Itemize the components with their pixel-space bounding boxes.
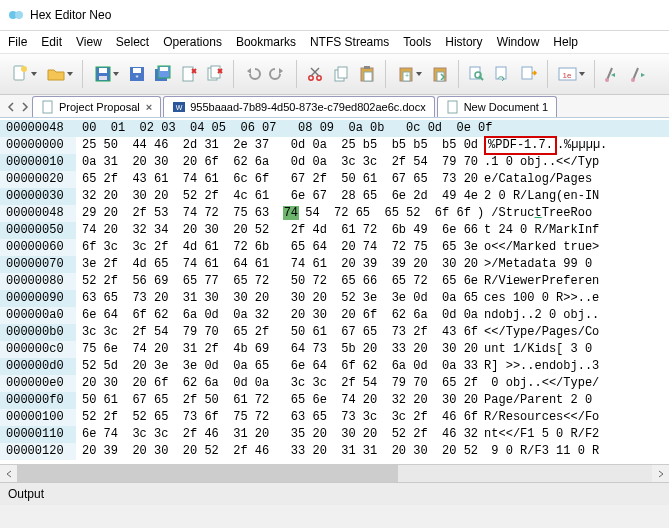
scroll-track[interactable] [17,465,652,482]
row-hex[interactable]: 20 39 20 30 20 52 2f 46 33 20 31 31 20 3… [76,443,478,460]
copy-button[interactable] [329,61,353,87]
menu-window[interactable]: Window [497,35,540,49]
row-ascii[interactable]: o<</Marked true> [478,239,669,256]
save-all-button[interactable] [151,61,175,87]
menu-file[interactable]: File [8,35,27,49]
row-address: 00000120 [0,443,76,460]
page-icon [446,100,460,114]
save-button[interactable] [89,61,123,87]
row-ascii[interactable]: R/ViewerPreferen [478,273,669,290]
row-hex[interactable]: 20 30 20 6f 62 6a 0d 0a 3c 3c 2f 54 79 7… [76,375,478,392]
menu-bar: File Edit View Select Operations Bookmar… [0,31,669,54]
row-address: 00000060 [0,239,76,256]
close-icon[interactable]: × [146,101,152,113]
scroll-thumb[interactable] [17,465,398,482]
row-hex[interactable]: 6e 64 6f 62 6a 0d 0a 32 20 30 20 6f 62 6… [76,307,478,324]
row-hex[interactable]: 25 50 44 46 2d 31 2e 37 0d 0a 25 b5 b5 b… [76,137,478,154]
toolbar-separator [82,60,83,88]
row-hex[interactable]: 6e 74 3c 3c 2f 46 31 20 35 20 30 20 52 2… [76,426,478,443]
tab-prev-icon[interactable] [5,101,17,113]
close-button[interactable] [177,61,201,87]
row-ascii[interactable]: ces 100 0 R>>..e [478,290,669,307]
row-ascii[interactable]: %PDF-1.7..%µµµµ. [478,137,669,154]
encoding-button[interactable]: 1e [554,61,588,87]
row-hex[interactable]: 29 20 2f 53 74 72 75 63 74 54 72 65 65 5… [76,205,471,222]
cut-button[interactable] [303,61,327,87]
undo-button[interactable] [240,61,264,87]
row-ascii[interactable]: 9 0 R/F3 11 0 R [478,443,669,460]
row-ascii[interactable]: .1 0 obj..<</Typ [478,154,669,171]
row-hex[interactable]: 0a 31 20 30 20 6f 62 6a 0d 0a 3c 3c 2f 5… [76,154,478,171]
tab-next-icon[interactable] [19,101,31,113]
menu-help[interactable]: Help [553,35,578,49]
row-hex[interactable]: 75 6e 74 20 31 2f 4b 69 64 73 5b 20 33 2… [76,341,478,358]
hex-view[interactable]: 00000048 00 01 02 03 04 05 06 07 08 09 0… [0,118,669,464]
row-ascii[interactable]: nt<</F1 5 0 R/F2 [478,426,669,443]
row-hex[interactable]: 52 2f 52 65 73 6f 75 72 63 65 73 3c 3c 2… [76,409,478,426]
row-address: 000000e0 [0,375,76,392]
row-hex[interactable]: 52 2f 56 69 65 77 65 72 50 72 65 66 65 7… [76,273,478,290]
window-title: Hex Editor Neo [30,8,111,22]
row-ascii[interactable]: R] >>..endobj..3 [478,358,669,375]
row-ascii[interactable]: 2 0 R/Lang(en-IN [478,188,669,205]
fill-button[interactable] [428,61,452,87]
new-button[interactable] [6,61,40,87]
svg-rect-27 [364,66,370,69]
scroll-left-icon[interactable] [0,465,17,482]
row-hex[interactable]: 74 20 32 34 20 30 20 52 2f 4d 61 72 6b 4… [76,222,478,239]
row-address: 00000010 [0,154,76,171]
tab-docx[interactable]: W 955baaad-7b89-4d50-873e-c79ed802ae6c.d… [163,96,434,117]
replace-button[interactable] [491,61,515,87]
row-hex[interactable]: 6f 3c 3c 2f 4d 61 72 6b 65 64 20 74 72 7… [76,239,478,256]
row-hex[interactable]: 65 2f 43 61 74 61 6c 6f 67 2f 50 61 67 6… [76,171,478,188]
tab-new-document[interactable]: New Document 1 [437,96,557,117]
menu-tools[interactable]: Tools [403,35,431,49]
close-all-button[interactable] [203,61,227,87]
row-address: 00000080 [0,273,76,290]
menu-edit[interactable]: Edit [41,35,62,49]
output-panel-header[interactable]: Output [0,482,669,505]
row-hex[interactable]: 63 65 73 20 31 30 30 20 30 20 52 3e 3e 0… [76,290,478,307]
row-hex[interactable]: 50 61 67 65 2f 50 61 72 65 6e 74 20 32 2… [76,392,478,409]
selected-byte: 74 [283,206,299,220]
scroll-right-icon[interactable] [652,465,669,482]
menu-view[interactable]: View [76,35,102,49]
row-ascii[interactable]: ) /StructTreeRoo [471,205,669,222]
find-prev-button[interactable] [601,61,625,87]
row-address: 000000c0 [0,341,76,358]
menu-ntfs-streams[interactable]: NTFS Streams [310,35,389,49]
row-ascii[interactable]: >/Metadata 99 0 [478,256,669,273]
menu-select[interactable]: Select [116,35,149,49]
row-ascii[interactable]: <</Type/Pages/Co [478,324,669,341]
row-ascii[interactable]: R/Resources<</Fo [478,409,669,426]
row-ascii[interactable]: t 24 0 R/MarkInf [478,222,669,239]
menu-bookmarks[interactable]: Bookmarks [236,35,296,49]
menu-operations[interactable]: Operations [163,35,222,49]
tab-project-proposal[interactable]: Project Proposal × [32,96,161,117]
row-address: 00000050 [0,222,76,239]
horizontal-scrollbar[interactable] [0,464,669,482]
goto-button[interactable] [517,61,541,87]
row-hex[interactable]: 52 5d 20 3e 3e 0d 0a 65 6e 64 6f 62 6a 0… [76,358,478,375]
header-offsets: 00 01 02 03 04 05 06 07 08 09 0a 0b 0c 0… [76,120,492,137]
row-ascii[interactable]: 0 obj..<</Type/ [478,375,669,392]
row-hex[interactable]: 32 20 30 20 52 2f 4c 61 6e 67 28 65 6e 2… [76,188,478,205]
tab-bar: Project Proposal × W 955baaad-7b89-4d50-… [0,95,669,118]
redo-button[interactable] [266,61,290,87]
find-next-button[interactable] [627,61,651,87]
row-hex[interactable]: 3e 2f 4d 65 74 61 64 61 74 61 20 39 39 2… [76,256,478,273]
toolbar-separator [233,60,234,88]
row-ascii[interactable]: Page/Parent 2 0 [478,392,669,409]
find-button[interactable] [465,61,489,87]
svg-point-41 [631,78,635,82]
menu-history[interactable]: History [445,35,482,49]
row-address: 000000f0 [0,392,76,409]
save-as-button[interactable]: * [125,61,149,87]
paste-button[interactable] [355,61,379,87]
row-ascii[interactable]: unt 1/Kids[ 3 0 [478,341,669,358]
row-hex[interactable]: 3c 3c 2f 54 79 70 65 2f 50 61 67 65 73 2… [76,324,478,341]
row-ascii[interactable]: ndobj..2 0 obj.. [478,307,669,324]
row-ascii[interactable]: e/Catalog/Pages [478,171,669,188]
open-button[interactable] [42,61,76,87]
insert-file-button[interactable]: + [392,61,426,87]
